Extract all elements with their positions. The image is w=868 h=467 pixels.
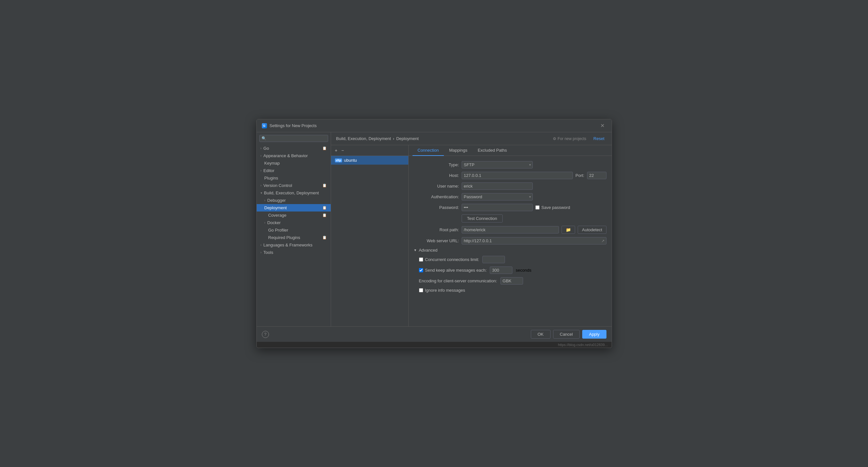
footer-left: ?: [262, 330, 269, 339]
sidebar-item-plugins[interactable]: Plugins: [257, 174, 331, 182]
breadcrumb: Build, Execution, Deployment › Deploymen…: [336, 136, 419, 141]
auth-select-wrapper: Password Key pair OpenSSH config and aut…: [462, 193, 533, 201]
breadcrumb-current: Deployment: [396, 136, 418, 141]
save-password-text: Save password: [541, 205, 570, 210]
concurrent-conn-row: Concurrent connections limit:: [414, 256, 607, 263]
keep-alive-row: Send keep alive messages each: seconds: [414, 266, 607, 274]
sidebar-item-appearance[interactable]: › Appearance & Behavior: [257, 152, 331, 159]
test-connection-button[interactable]: Test Connection: [462, 214, 503, 223]
sidebar-item-required-plugins[interactable]: Required Plugins 📋: [257, 234, 331, 241]
concurrent-conn-input[interactable]: [482, 256, 505, 263]
keep-alive-checkbox[interactable]: [419, 268, 423, 272]
help-button[interactable]: ?: [262, 331, 269, 338]
remove-server-button[interactable]: −: [340, 147, 345, 154]
server-item-ubuntu[interactable]: sftp ubuntu: [331, 156, 408, 165]
concurrent-conn-checkbox[interactable]: [419, 257, 423, 262]
sidebar-item-editor-label: Editor: [264, 168, 275, 173]
req-plugins-copy-icon: 📋: [322, 235, 327, 240]
encoding-input[interactable]: [500, 277, 523, 285]
encoding-label: Encoding for client-server communication…: [419, 279, 497, 283]
keep-alive-input[interactable]: [490, 266, 513, 274]
sidebar-item-go-profiler[interactable]: Go Profiler: [257, 226, 331, 234]
bed-arrow: ▾: [260, 191, 262, 195]
main-content: Build, Execution, Deployment › Deploymen…: [331, 132, 612, 326]
sidebar-item-coverage[interactable]: Coverage 📋: [257, 211, 331, 219]
sidebar-item-bed-label: Build, Execution, Deployment: [264, 191, 319, 195]
add-server-button[interactable]: +: [334, 147, 339, 154]
username-row: User name:: [414, 182, 607, 190]
password-label: Password:: [414, 205, 459, 210]
for-new-projects-badge: ⚙ For new projects: [553, 137, 586, 141]
vc-copy-icon: 📋: [322, 183, 327, 187]
sidebar-item-languages-frameworks[interactable]: › Languages & Frameworks: [257, 241, 331, 249]
web-url-input[interactable]: [462, 237, 607, 244]
breadcrumb-bar: Build, Execution, Deployment › Deploymen…: [331, 132, 612, 145]
sidebar-item-appearance-label: Appearance & Behavior: [264, 153, 308, 158]
host-input[interactable]: [462, 172, 573, 179]
username-input[interactable]: [462, 182, 533, 190]
reset-button[interactable]: Reset: [592, 136, 607, 142]
close-button[interactable]: ✕: [598, 122, 607, 129]
sidebar-item-docker-label: Docker: [267, 220, 281, 225]
search-icon: 🔍: [261, 136, 267, 141]
ignore-info-checkbox-label[interactable]: Ignore info messages: [419, 288, 465, 293]
root-path-input[interactable]: [462, 226, 559, 233]
ok-button[interactable]: OK: [531, 330, 551, 339]
deployment-copy-icon: 📋: [322, 206, 327, 210]
sidebar-item-coverage-label: Coverage: [268, 213, 286, 218]
sidebar-item-version-control[interactable]: › Version Control 📋: [257, 182, 331, 189]
keep-alive-suffix: seconds: [516, 268, 531, 273]
concurrent-conn-label: Concurrent connections limit:: [425, 257, 479, 262]
host-label: Host:: [414, 173, 459, 178]
server-item-ubuntu-label: ubuntu: [344, 158, 357, 163]
server-list-toolbar: + −: [331, 145, 408, 156]
concurrent-conn-checkbox-label[interactable]: Concurrent connections limit:: [419, 257, 479, 262]
tab-mappings[interactable]: Mappings: [444, 145, 472, 156]
tabs: Connection Mappings Excluded Paths: [409, 145, 612, 156]
search-box[interactable]: 🔍: [259, 135, 328, 142]
url-bar-text: https://blog.csdn.net/u012839...: [558, 343, 608, 347]
autodetect-button[interactable]: Autodetect: [578, 226, 606, 234]
sidebar-item-build-exec-deploy[interactable]: ▾ Build, Execution, Deployment: [257, 189, 331, 197]
port-label: Port:: [576, 173, 584, 178]
auth-row: Authentication: Password Key pair OpenSS…: [414, 193, 607, 201]
advanced-header[interactable]: ▼ Advanced: [414, 248, 607, 253]
dialog-footer: ? OK Cancel Apply: [257, 326, 612, 342]
cancel-button[interactable]: Cancel: [553, 330, 580, 339]
coverage-copy-icon: 📋: [322, 213, 327, 217]
title-bar: G Settings for New Projects ✕: [257, 119, 612, 132]
apply-button[interactable]: Apply: [582, 330, 607, 339]
search-input[interactable]: [268, 136, 326, 141]
sidebar-item-keymap[interactable]: Keymap: [257, 159, 331, 167]
sidebar-item-lf-label: Languages & Frameworks: [264, 242, 313, 247]
sidebar-item-tools-label: Tools: [264, 250, 273, 255]
for-new-projects-icon: ⚙: [553, 137, 556, 141]
keep-alive-checkbox-label[interactable]: Send keep alive messages each:: [419, 268, 487, 273]
type-select[interactable]: SFTP: [462, 161, 533, 169]
tab-connection[interactable]: Connection: [412, 145, 444, 156]
ignore-info-checkbox[interactable]: [419, 288, 423, 292]
sidebar: 🔍 › Go 📋 › Appearance & Behavior Keymap …: [257, 132, 331, 326]
sidebar-item-go[interactable]: › Go 📋: [257, 145, 331, 152]
sidebar-item-docker[interactable]: › Docker: [257, 219, 331, 226]
port-input[interactable]: [587, 172, 607, 179]
save-password-label[interactable]: Save password: [535, 205, 570, 210]
sidebar-item-debugger[interactable]: › Debugger: [257, 197, 331, 204]
sidebar-item-deployment[interactable]: Deployment 📋: [257, 204, 331, 211]
auth-label: Authentication:: [414, 194, 459, 199]
tab-excluded-paths[interactable]: Excluded Paths: [473, 145, 512, 156]
host-row: Host: Port:: [414, 172, 607, 179]
sidebar-item-editor[interactable]: › Editor: [257, 167, 331, 174]
sidebar-item-tools[interactable]: › Tools: [257, 249, 331, 256]
web-url-label: Web server URL:: [414, 238, 459, 243]
password-row: Password: Save password: [414, 204, 607, 211]
settings-dialog: G Settings for New Projects ✕ 🔍 › Go 📋 ›…: [256, 119, 612, 348]
web-url-input-wrapper: ↗: [462, 237, 607, 244]
keep-alive-label: Send keep alive messages each:: [425, 268, 487, 273]
browse-icon-button[interactable]: 📁: [561, 226, 575, 234]
sidebar-item-vc-label: Version Control: [264, 183, 292, 188]
password-input[interactable]: [462, 204, 533, 211]
auth-select[interactable]: Password Key pair OpenSSH config and aut…: [462, 193, 533, 201]
go-arrow: ›: [260, 146, 261, 150]
save-password-checkbox[interactable]: [535, 205, 539, 210]
